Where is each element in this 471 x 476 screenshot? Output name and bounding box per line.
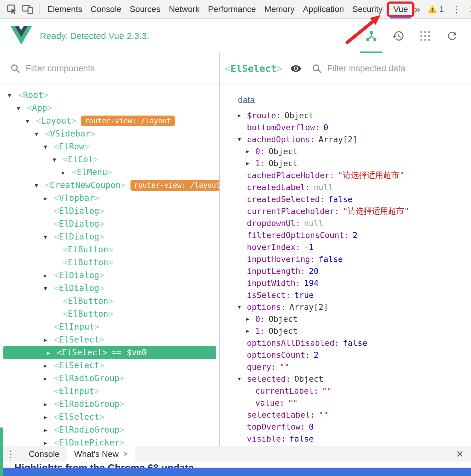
tree-node-elselect[interactable]: ▶<ElSelect>: [0, 333, 219, 346]
filter-inspected-data-input[interactable]: [327, 63, 453, 73]
property-key: query:: [247, 362, 276, 372]
toggle-arrow-icon[interactable]: ▼: [35, 182, 45, 189]
events-history-icon[interactable]: [385, 19, 412, 53]
toggle-arrow-icon[interactable]: ▶: [246, 160, 255, 166]
tree-node-elradiogroup[interactable]: ▶<ElRadioGroup>: [0, 398, 219, 410]
toggle-arrow-icon[interactable]: ▶: [246, 328, 255, 334]
component-tag: <ElDialog>: [54, 219, 104, 229]
property-value: false: [328, 195, 353, 204]
tree-node-elinput[interactable]: <ElInput>: [0, 320, 219, 333]
toggle-arrow-icon[interactable]: ▼: [238, 137, 247, 142]
toggle-arrow-icon[interactable]: ▶: [44, 401, 54, 407]
toggle-arrow-icon[interactable]: ▶: [44, 375, 54, 382]
dots-grid-icon[interactable]: [412, 19, 439, 53]
toggle-arrow-icon[interactable]: ▼: [53, 156, 63, 163]
tree-node-elbutton[interactable]: <ElButton>: [0, 307, 219, 320]
more-tabs-icon[interactable]: »: [414, 3, 420, 15]
tab-elements[interactable]: Elements: [43, 4, 86, 14]
drawer-tab-whats-new[interactable]: What's New ×: [67, 446, 136, 462]
toggle-arrow-icon[interactable]: ▼: [44, 285, 54, 292]
toggle-arrow-icon[interactable]: ▶: [44, 362, 54, 369]
toggle-arrow-icon[interactable]: ▶: [246, 316, 255, 322]
tree-node-elcol[interactable]: ▼<ElCol>: [0, 153, 219, 166]
property-value: "请选择适用超市": [343, 206, 409, 216]
toggle-arrow-icon[interactable]: ▶: [44, 439, 54, 446]
data-row[interactable]: ▼selected:Object: [220, 373, 471, 385]
tree-node-creatnewcoupon[interactable]: ▼<CreatNewCoupon>router-view: /layout: [0, 179, 219, 192]
tree-node-eldialog[interactable]: <ElDialog>: [0, 204, 219, 217]
toggle-arrow-icon[interactable]: ▼: [17, 105, 27, 111]
data-row[interactable]: ▶0:Object: [220, 145, 471, 157]
whats-new-close-icon[interactable]: ×: [123, 449, 128, 459]
tab-console[interactable]: Console: [86, 4, 126, 14]
tree-node-eldialog[interactable]: ▼<ElDialog>: [0, 282, 219, 295]
tree-node-eldatepicker[interactable]: ▶<ElDatePicker>: [0, 436, 219, 446]
tree-node-elbutton[interactable]: <ElButton>: [0, 243, 219, 256]
tab-security[interactable]: Security: [348, 4, 387, 14]
tree-node-elrow[interactable]: ▼<ElRow>: [0, 140, 219, 153]
tree-node-elinput[interactable]: <ElInput>: [0, 385, 219, 398]
tab-performance[interactable]: Performance: [204, 4, 260, 14]
toggle-arrow-icon[interactable]: ▼: [44, 234, 54, 240]
property-key: visible:: [247, 434, 286, 443]
toggle-arrow-icon[interactable]: ▶: [62, 169, 72, 176]
toggle-arrow-icon[interactable]: ▼: [35, 131, 45, 137]
data-row[interactable]: ▶1:Object: [220, 325, 471, 337]
toggle-arrow-icon[interactable]: ▼: [44, 143, 54, 150]
data-row[interactable]: ▶$route:Object: [220, 109, 471, 121]
refresh-icon[interactable]: [439, 19, 466, 53]
toggle-arrow-icon[interactable]: ▶: [44, 195, 54, 201]
tree-node-elmenu[interactable]: ▶<ElMenu>: [0, 166, 219, 179]
tab-memory[interactable]: Memory: [260, 4, 299, 14]
tree-node-eldialog[interactable]: <ElDialog>: [0, 217, 219, 230]
tree-node-elbutton[interactable]: <ElButton>: [0, 295, 219, 307]
tree-node-eldialog[interactable]: ▶<ElDialog>: [0, 269, 219, 282]
toggle-arrow-icon[interactable]: ▶: [238, 113, 247, 118]
tree-node-eldialog[interactable]: ▼<ElDialog>: [0, 230, 219, 243]
toggle-arrow-icon[interactable]: ▼: [238, 376, 247, 382]
tab-vue[interactable]: Vue: [387, 1, 414, 17]
toggle-arrow-icon[interactable]: ▶: [246, 148, 255, 154]
tab-sources[interactable]: Sources: [125, 4, 165, 14]
tree-node-elselect[interactable]: ▶<ElSelect>: [0, 410, 219, 423]
drawer-tab-console[interactable]: Console: [22, 446, 67, 462]
data-row[interactable]: ▶1:Object: [220, 157, 471, 169]
tree-node-vtopbar[interactable]: ▶<VTopbar>: [0, 192, 219, 204]
tree-node-elselect[interactable]: ▶<ElSelect>== $vm0: [3, 346, 216, 359]
toggle-arrow-icon[interactable]: ▶: [47, 349, 57, 356]
tree-node-vsidebar[interactable]: ▼<VSidebar>: [0, 127, 219, 140]
tree-node-elradiogroup[interactable]: ▶<ElRadioGroup>: [0, 372, 219, 385]
tree-node-elselect[interactable]: ▶<ElSelect>: [0, 359, 219, 372]
tree-node-elradiogroup[interactable]: ▶<ElRadioGroup>: [0, 423, 219, 436]
toggle-arrow-icon[interactable]: ▶: [44, 272, 54, 279]
tree-node-elbutton[interactable]: <ElButton>: [0, 256, 219, 269]
toggle-arrow-icon[interactable]: ▶: [44, 414, 54, 420]
toggle-arrow-icon[interactable]: ▼: [238, 304, 247, 310]
inspect-element-icon[interactable]: [4, 1, 20, 17]
data-row[interactable]: ▼options:Array[2]: [220, 301, 471, 313]
toggle-arrow-icon[interactable]: ▶: [44, 427, 54, 433]
property-value: "": [319, 410, 329, 419]
tree-node-app[interactable]: ▼<App>: [0, 101, 219, 114]
devtools-close-icon[interactable]: ✕: [469, 4, 471, 15]
toggle-arrow-icon[interactable]: ▼: [8, 92, 18, 98]
property-value: false: [319, 254, 343, 264]
toggle-arrow-icon[interactable]: ▶: [44, 336, 54, 343]
inspect-dom-eye-icon[interactable]: [290, 63, 302, 74]
components-tab-icon[interactable]: [358, 19, 385, 53]
data-row[interactable]: ▼cachedOptions:Array[2]: [220, 133, 471, 145]
component-tag: <ElButton>: [63, 309, 113, 319]
drawer-close-icon[interactable]: ✕: [449, 446, 471, 462]
drawer-menu-icon[interactable]: ⋮: [0, 446, 22, 462]
device-toolbar-icon[interactable]: [20, 1, 35, 17]
data-row[interactable]: ▶0:Object: [220, 313, 471, 325]
filter-components-input[interactable]: [26, 63, 151, 73]
tab-network[interactable]: Network: [165, 4, 204, 14]
tab-application[interactable]: Application: [299, 4, 348, 14]
warning-badge[interactable]: 1: [428, 4, 444, 14]
overflow-menu-icon[interactable]: ⋮: [452, 4, 461, 15]
tree-node-layout[interactable]: ▼<Layout>router-view: /layout: [0, 114, 219, 127]
tree-node-root[interactable]: ▼<Root>: [0, 89, 219, 101]
vue-status-text: Ready. Detected Vue 2.3.3.: [40, 31, 149, 41]
toggle-arrow-icon[interactable]: ▼: [26, 118, 36, 124]
